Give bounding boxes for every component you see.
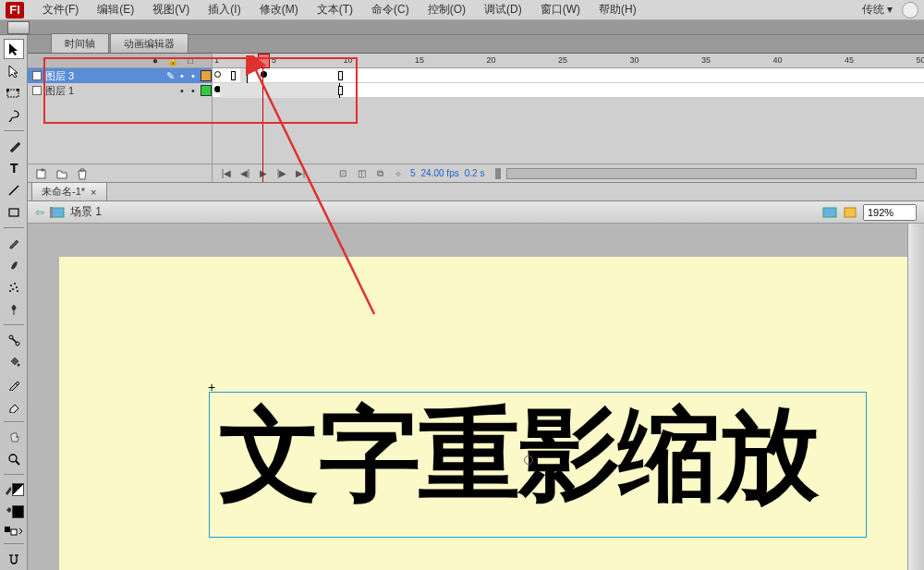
stage-text[interactable]: 文字重影缩放 — [210, 393, 866, 505]
svg-point-9 — [12, 288, 14, 290]
svg-text:T: T — [10, 162, 18, 175]
tool-palette: T — [0, 35, 28, 570]
menu-insert[interactable]: 插入(I) — [199, 0, 249, 19]
blank-keyframe[interactable] — [231, 71, 236, 80]
svg-point-7 — [14, 283, 16, 285]
layer-icon — [32, 71, 42, 80]
tab-timeline[interactable]: 时间轴 — [51, 33, 109, 53]
delete-layer-icon[interactable] — [76, 167, 89, 180]
eyedropper-tool-icon[interactable] — [4, 374, 24, 394]
zoom-tool-icon[interactable] — [4, 449, 24, 469]
lasso-tool-icon[interactable] — [4, 105, 24, 126]
anchor-point-icon[interactable] — [524, 455, 533, 465]
visibility-toggle[interactable]: • — [178, 70, 186, 81]
timeline-ruler[interactable]: 15101520253035404550556065707580859095 — [213, 54, 924, 68]
menu-text[interactable]: 文本(T) — [308, 0, 362, 19]
bone-tool-icon[interactable] — [4, 330, 24, 350]
end-frame[interactable] — [338, 71, 343, 80]
menu-help[interactable]: 帮助(H) — [590, 0, 646, 19]
layers-header: ● 🔒 □ — [28, 54, 212, 68]
new-folder-icon[interactable] — [55, 167, 68, 180]
visibility-toggle[interactable]: • — [178, 85, 186, 96]
edit-multiple-icon[interactable]: ⟐ — [392, 167, 405, 180]
menu-modify[interactable]: 修改(M) — [250, 0, 308, 19]
deco-tool-icon[interactable] — [4, 299, 24, 320]
close-tab-icon[interactable]: × — [91, 187, 96, 198]
edit-bar: ⇦ 场景 1 — [28, 201, 924, 224]
paint-bucket-tool-icon[interactable] — [4, 352, 24, 372]
brush-tool-icon[interactable] — [4, 255, 24, 275]
workspace-canvas[interactable]: 文字重影缩放 — [28, 224, 924, 570]
first-frame-icon[interactable]: |◀ — [220, 167, 233, 180]
free-transform-tool-icon[interactable] — [4, 83, 24, 103]
track-layer-3[interactable] — [213, 68, 924, 83]
tab-motion-editor[interactable]: 动画编辑器 — [110, 33, 188, 53]
keyframe[interactable] — [214, 71, 221, 78]
menu-debug[interactable]: 调试(D) — [475, 0, 531, 19]
lock-column-icon[interactable]: 🔒 — [167, 55, 178, 66]
prev-frame-icon[interactable]: ◀| — [238, 167, 251, 180]
svg-point-10 — [17, 290, 18, 292]
pencil-icon: ✎ — [166, 70, 175, 82]
text-tool-icon[interactable]: T — [4, 158, 24, 178]
scroll-left-icon[interactable] — [495, 168, 501, 179]
play-icon[interactable]: ▶ — [257, 167, 270, 180]
menu-control[interactable]: 控制(O) — [419, 0, 475, 19]
end-frame[interactable] — [338, 86, 343, 95]
layer-row-1[interactable]: 图层 1 • • — [28, 83, 212, 98]
back-icon[interactable]: ⇦ — [35, 206, 44, 219]
toolbar-button[interactable] — [7, 21, 30, 34]
subselection-tool-icon[interactable] — [4, 61, 24, 81]
outline-color[interactable] — [201, 70, 212, 81]
stroke-color-swatch[interactable] — [4, 479, 24, 500]
new-layer-icon[interactable] — [35, 167, 48, 180]
line-tool-icon[interactable] — [4, 180, 24, 200]
text-selection-box[interactable]: 文字重影缩放 — [209, 392, 867, 538]
search-icon[interactable] — [902, 2, 918, 18]
visibility-column-icon[interactable]: ● — [152, 55, 158, 66]
layer-row-3[interactable]: 图层 3 ✎ • • — [28, 68, 212, 83]
pen-tool-icon[interactable] — [4, 136, 24, 156]
menu-file[interactable]: 文件(F) — [33, 0, 88, 19]
outline-color[interactable] — [201, 85, 212, 96]
menu-commands[interactable]: 命令(C) — [362, 0, 419, 19]
onion-outline-icon[interactable]: ⧉ — [373, 167, 386, 180]
edit-symbol-icon[interactable] — [843, 206, 857, 219]
menu-window[interactable]: 窗口(W) — [531, 0, 590, 19]
hand-tool-icon[interactable] — [4, 427, 24, 447]
zoom-input[interactable] — [863, 204, 917, 221]
pencil-tool-icon[interactable] — [4, 233, 24, 253]
selection-tool-icon[interactable] — [4, 39, 24, 59]
onion-skin-icon[interactable]: ◫ — [355, 167, 368, 180]
next-frame-icon[interactable]: |▶ — [275, 167, 288, 180]
menu-view[interactable]: 视图(V) — [143, 0, 199, 19]
timeline-scrollbar[interactable] — [506, 168, 917, 179]
lock-toggle[interactable]: • — [189, 70, 197, 81]
menu-edit[interactable]: 编辑(E) — [88, 0, 143, 19]
rectangle-tool-icon[interactable] — [4, 202, 24, 223]
svg-point-14 — [16, 342, 19, 346]
timeline-panel: ● 🔒 □ 图层 3 ✎ • • 图层 1 — [28, 54, 924, 183]
stage[interactable]: 文字重影缩放 — [59, 257, 915, 570]
track-layer-1[interactable] — [213, 83, 924, 98]
snap-to-objects-icon[interactable] — [4, 549, 24, 569]
frame-span[interactable] — [240, 68, 248, 83]
vertical-scrollbar[interactable] — [907, 224, 924, 570]
swap-colors-icon[interactable] — [4, 524, 24, 539]
eraser-tool-icon[interactable] — [4, 396, 24, 417]
frame-span[interactable] — [220, 83, 340, 98]
lock-toggle[interactable]: • — [189, 85, 197, 96]
current-frame: 5 — [410, 168, 416, 178]
last-frame-icon[interactable]: ▶| — [294, 167, 307, 180]
scene-name[interactable]: 场景 1 — [70, 204, 102, 220]
spray-brush-tool-icon[interactable] — [4, 277, 24, 297]
fill-color-swatch[interactable] — [4, 502, 24, 522]
layers-footer — [28, 164, 212, 182]
playhead[interactable] — [262, 54, 263, 182]
outline-column-icon[interactable]: □ — [188, 55, 193, 66]
document-tab[interactable]: 未命名-1* × — [31, 182, 107, 200]
center-frame-icon[interactable]: ⊡ — [336, 167, 349, 180]
layout-dropdown[interactable]: 传统 ▾ — [857, 0, 898, 19]
layer-name: 图层 3 — [45, 69, 163, 83]
edit-scene-icon[interactable] — [822, 206, 837, 219]
